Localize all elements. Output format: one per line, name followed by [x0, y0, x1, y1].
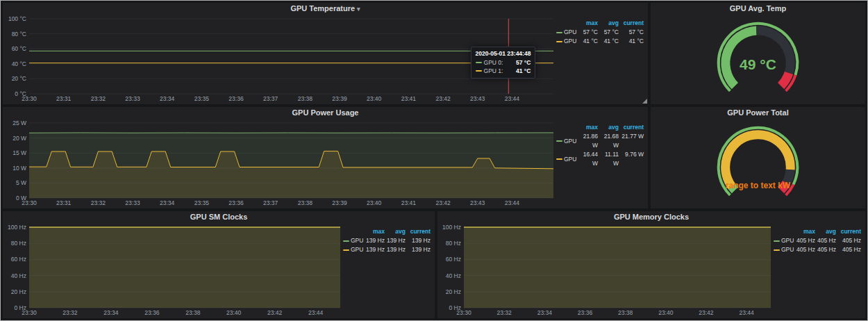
legend-series-gpu0[interactable]: GPU 0: [556, 132, 577, 150]
svg-text:10 W: 10 W: [12, 165, 26, 172]
svg-text:40 °C: 40 °C: [12, 60, 26, 67]
legend-series-label: GPU 1: [351, 245, 364, 254]
legend-header-avg[interactable]: avg: [815, 227, 836, 236]
legend-header-avg[interactable]: avg: [598, 19, 619, 28]
legend-header-current[interactable]: current: [406, 227, 431, 236]
gauge-power-total: range to text kW: [651, 119, 865, 208]
panel-title-text: GPU Power Total: [727, 108, 788, 117]
panel-gpu-memory-clocks: GPU Memory Clocks 0 Hz20 Hz40 Hz60 Hz80 …: [437, 211, 865, 318]
legend-series-label: GPU 1: [564, 155, 577, 164]
panel-title-gpu-avg-temp[interactable]: GPU Avg. Temp: [651, 3, 865, 15]
legend-series-label: GPU 0: [564, 28, 577, 37]
chart-plot-sm-clocks[interactable]: 0 Hz20 Hz40 Hz60 Hz80 Hz100 Hz23:3023:32…: [6, 223, 343, 317]
panel-title-text: GPU Power Usage: [292, 108, 359, 117]
panel-title-text: GPU Temperature: [290, 4, 355, 13]
panel-resize-handle[interactable]: [642, 99, 647, 104]
svg-text:23:34: 23:34: [160, 199, 175, 206]
panel-title-gpu-memory-clocks[interactable]: GPU Memory Clocks: [437, 211, 865, 223]
legend-series-gpu0[interactable]: GPU 0: [774, 236, 794, 245]
legend-value-max: 405 Hz: [794, 245, 815, 254]
tooltip-series-value: 41 °C: [510, 67, 531, 75]
panel-title-gpu-temperature[interactable]: GPU Temperature▾: [3, 3, 648, 15]
legend-header-avg[interactable]: avg: [598, 123, 619, 132]
svg-text:23:42: 23:42: [435, 199, 451, 206]
svg-text:23:32: 23:32: [91, 199, 106, 206]
svg-text:23:44: 23:44: [505, 95, 520, 102]
legend-series-label: GPU 0: [564, 137, 577, 146]
legend-value-max: 41 °C: [577, 37, 598, 46]
svg-text:23:31: 23:31: [56, 95, 72, 102]
legend-series-gpu1[interactable]: GPU 1: [556, 150, 577, 168]
svg-text:23:34: 23:34: [537, 309, 553, 316]
panel-title-gpu-sm-clocks[interactable]: GPU SM Clocks: [3, 211, 435, 223]
svg-text:23:33: 23:33: [125, 199, 140, 206]
svg-text:23:36: 23:36: [228, 199, 244, 206]
svg-text:23:43: 23:43: [470, 199, 485, 206]
series-line-icon: [774, 249, 780, 251]
legend-corner: [343, 227, 364, 236]
svg-text:23:38: 23:38: [185, 309, 201, 316]
svg-text:23:41: 23:41: [401, 95, 417, 102]
panel-gpu-temperature: GPU Temperature▾ 0 °C20 °C40 °C60 °C80 °…: [3, 3, 648, 104]
gauge-svg: 49 °C: [651, 15, 865, 104]
series-line-icon: [343, 249, 349, 251]
panel-gpu-power-usage: GPU Power Usage 0 W5 W10 W15 W20 W25 W23…: [3, 107, 648, 208]
tooltip-series-name: GPU 1:: [484, 67, 503, 75]
svg-text:23:43: 23:43: [470, 95, 485, 102]
series-line-icon: [556, 140, 562, 142]
legend-series-gpu0[interactable]: GPU 0: [556, 28, 577, 37]
chart-svg: 0 Hz20 Hz40 Hz60 Hz80 Hz100 Hz23:3023:32…: [6, 223, 343, 317]
legend-series-gpu1[interactable]: GPU 1: [774, 245, 794, 254]
svg-text:23:44: 23:44: [739, 309, 754, 316]
tooltip-series-value: 57 °C: [510, 58, 531, 67]
legend-value-max: 16.44 W: [577, 150, 598, 168]
svg-text:23:37: 23:37: [263, 95, 278, 102]
panel-title-gpu-power-total[interactable]: GPU Power Total: [651, 107, 865, 119]
legend-corner: [556, 123, 577, 132]
legend-series-gpu1[interactable]: GPU 1: [343, 245, 364, 254]
legend-value-avg: 139 Hz: [385, 245, 406, 254]
chart-area: 0 °C20 °C40 °C60 °C80 °C100 °C23:3023:31…: [3, 15, 648, 104]
legend-header-max[interactable]: max: [794, 227, 815, 236]
panel-gpu-power-total: GPU Power Total range to text kW: [651, 107, 865, 208]
legend-series-label: GPU 1: [564, 37, 577, 46]
svg-text:60 Hz: 60 Hz: [11, 256, 26, 263]
legend-header-max[interactable]: max: [364, 227, 385, 236]
chart-plot-memory-clocks[interactable]: 0 Hz20 Hz40 Hz60 Hz80 Hz100 Hz23:3023:32…: [440, 223, 774, 317]
svg-text:23:36: 23:36: [144, 309, 160, 316]
legend-header-current[interactable]: current: [619, 123, 644, 132]
svg-text:23:32: 23:32: [497, 309, 512, 316]
legend-header-max[interactable]: max: [577, 123, 598, 132]
svg-text:100 Hz: 100 Hz: [8, 224, 26, 231]
chevron-down-icon[interactable]: ▾: [357, 6, 360, 13]
legend-series-gpu0[interactable]: GPU 0: [343, 236, 364, 245]
svg-text:23:36: 23:36: [228, 95, 244, 102]
svg-text:20 Hz: 20 Hz: [446, 288, 461, 295]
series-line-icon: [556, 41, 562, 42]
legend-series-gpu1[interactable]: GPU 1: [556, 37, 577, 46]
legend-header-max[interactable]: max: [577, 19, 598, 28]
svg-text:23:41: 23:41: [401, 199, 417, 206]
legend-value-current: 41 °C: [619, 37, 644, 46]
panel-title-gpu-power-usage[interactable]: GPU Power Usage: [3, 107, 648, 119]
series-line-icon: [556, 158, 562, 160]
legend-series-label: GPU 0: [351, 236, 364, 245]
legend-value-avg: 11.11 W: [598, 150, 619, 168]
legend-series-label: GPU 0: [781, 236, 794, 245]
svg-text:23:42: 23:42: [435, 95, 451, 102]
chart-area: 0 Hz20 Hz40 Hz60 Hz80 Hz100 Hz23:3023:32…: [437, 223, 865, 318]
svg-text:23:34: 23:34: [160, 95, 175, 102]
chart-plot-power[interactable]: 0 W5 W10 W15 W20 W25 W23:3023:3123:3223:…: [6, 119, 556, 207]
legend-header-avg[interactable]: avg: [385, 227, 406, 236]
svg-text:60 °C: 60 °C: [12, 45, 26, 52]
svg-text:23:42: 23:42: [699, 309, 714, 316]
svg-text:100 °C: 100 °C: [8, 15, 26, 22]
dashboard: GPU Temperature▾ 0 °C20 °C40 °C60 °C80 °…: [0, 0, 868, 321]
legend-header-current[interactable]: current: [836, 227, 861, 236]
svg-text:23:30: 23:30: [456, 309, 471, 316]
gauge-svg: range to text kW: [651, 119, 865, 208]
legend-header-current[interactable]: current: [619, 19, 644, 28]
svg-text:80 °C: 80 °C: [12, 31, 26, 38]
legend: max avg current GPU 0 57 °C 57 °C 57 °C …: [556, 15, 645, 103]
svg-text:15 W: 15 W: [12, 149, 26, 156]
